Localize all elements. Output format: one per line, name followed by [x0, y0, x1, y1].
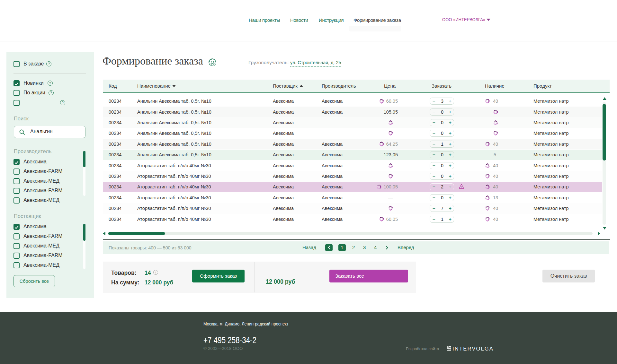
- svg-text:!: !: [461, 185, 462, 188]
